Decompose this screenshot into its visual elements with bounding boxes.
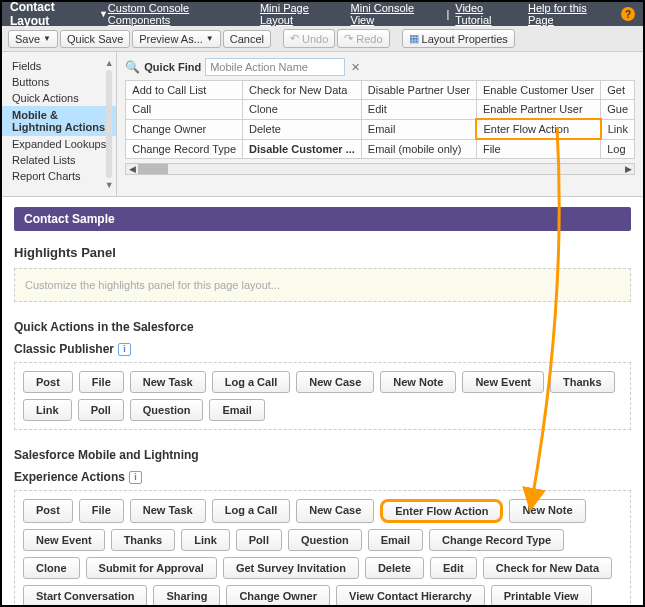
link-help[interactable]: Help for this Page <box>528 2 615 26</box>
palette-item[interactable]: Enable Partner User <box>476 100 600 120</box>
help-icon[interactable]: ? <box>621 7 635 21</box>
cancel-button[interactable]: Cancel <box>223 30 271 48</box>
action-button[interactable]: New Case <box>296 499 374 523</box>
quickfind-clear-icon[interactable]: ✕ <box>351 61 360 74</box>
palette-item[interactable]: Email <box>361 119 476 139</box>
sidebar-item[interactable]: Report Charts <box>2 168 116 184</box>
highlights-panel-title: Highlights Panel <box>14 245 631 260</box>
quick-actions-title-1: Quick Actions in the Salesforce <box>14 320 631 334</box>
classic-actions-area[interactable]: PostFileNew TaskLog a CallNew CaseNew No… <box>14 362 631 430</box>
sidebar-item[interactable]: Mobile & Lightning Actions <box>2 106 116 136</box>
action-button[interactable]: Thanks <box>550 371 615 393</box>
info-icon[interactable]: i <box>118 343 131 356</box>
action-button[interactable]: Change Owner <box>226 585 330 605</box>
sidebar-item[interactable]: Related Lists <box>2 152 116 168</box>
action-button[interactable]: New Event <box>23 529 105 551</box>
palette-item[interactable]: File <box>476 139 600 159</box>
action-button[interactable]: New Note <box>380 371 456 393</box>
layout-properties-button[interactable]: ▦Layout Properties <box>402 29 515 48</box>
action-button[interactable]: Printable View <box>491 585 592 605</box>
action-button[interactable]: File <box>79 371 124 393</box>
preview-as-button[interactable]: Preview As...▼ <box>132 30 221 48</box>
palette-item[interactable]: Enable Customer User <box>476 81 600 100</box>
action-button[interactable]: Poll <box>236 529 282 551</box>
action-button[interactable]: Edit <box>430 557 477 579</box>
action-button[interactable]: Email <box>209 399 264 421</box>
sidebar-item[interactable]: Expanded Lookups <box>2 136 116 152</box>
palette-item[interactable]: Enter Flow Action <box>476 119 600 139</box>
action-button[interactable]: Log a Call <box>212 371 291 393</box>
palette-item[interactable]: Link <box>601 119 635 139</box>
action-button[interactable]: New Task <box>130 371 206 393</box>
palette-item[interactable]: Log <box>601 139 635 159</box>
info-icon[interactable]: i <box>129 471 142 484</box>
action-button[interactable]: Check for New Data <box>483 557 612 579</box>
palette-item[interactable]: Email (mobile only) <box>361 139 476 159</box>
palette-item[interactable]: Call <box>126 100 243 120</box>
search-icon: 🔍 <box>125 60 140 74</box>
palette-item[interactable]: Edit <box>361 100 476 120</box>
action-button[interactable]: Delete <box>365 557 424 579</box>
toolbar: Save▼ Quick Save Preview As...▼ Cancel ↶… <box>2 26 643 52</box>
redo-button[interactable]: ↷Redo <box>337 29 389 48</box>
action-button[interactable]: Sharing <box>153 585 220 605</box>
sidebar-item[interactable]: Fields <box>2 58 116 74</box>
quickfind-label: Quick Find <box>144 61 201 73</box>
sidebar-scrollbar[interactable]: ▲ ▼ <box>104 58 114 190</box>
page-title-text: Contact Layout <box>10 0 97 28</box>
palette-item[interactable]: Change Record Type <box>126 139 243 159</box>
palette-item[interactable]: Change Owner <box>126 119 243 139</box>
palette-item[interactable]: Gue <box>601 100 635 120</box>
action-button[interactable]: Link <box>23 399 72 421</box>
action-button[interactable]: New Event <box>462 371 544 393</box>
action-button[interactable]: Link <box>181 529 230 551</box>
palette-item[interactable]: Disable Partner User <box>361 81 476 100</box>
action-button[interactable]: New Task <box>130 499 206 523</box>
palette-item[interactable]: Get <box>601 81 635 100</box>
undo-button[interactable]: ↶Undo <box>283 29 335 48</box>
link-mini-console-view[interactable]: Mini Console View <box>351 2 441 26</box>
action-button[interactable]: Thanks <box>111 529 176 551</box>
palette-item[interactable]: Check for New Data <box>243 81 362 100</box>
action-button[interactable]: Start Conversation <box>23 585 147 605</box>
link-video-tutorial[interactable]: Video Tutorial <box>455 2 522 26</box>
page-title[interactable]: Contact Layout ▼ <box>10 0 108 28</box>
action-button[interactable]: File <box>79 499 124 523</box>
action-button[interactable]: Question <box>288 529 362 551</box>
action-button[interactable]: Post <box>23 499 73 523</box>
palette-hscroll[interactable]: ◀ ▶ <box>125 163 635 175</box>
action-button[interactable]: Post <box>23 371 73 393</box>
highlights-panel-placeholder[interactable]: Customize the highlights panel for this … <box>14 268 631 302</box>
quick-actions-title-2: Classic Publisher i <box>14 342 631 356</box>
action-button[interactable]: Log a Call <box>212 499 291 523</box>
quickfind-input[interactable] <box>205 58 345 76</box>
action-button[interactable]: Question <box>130 399 204 421</box>
action-button[interactable]: Submit for Approval <box>86 557 217 579</box>
save-button[interactable]: Save▼ <box>8 30 58 48</box>
mobile-actions-area[interactable]: PostFileNew TaskLog a CallNew CaseEnter … <box>14 490 631 605</box>
action-button[interactable]: Clone <box>23 557 80 579</box>
palette-item[interactable]: Disable Customer ... <box>243 139 362 159</box>
mobile-actions-title-1: Salesforce Mobile and Lightning <box>14 448 631 462</box>
action-button[interactable]: New Case <box>296 371 374 393</box>
scroll-left-icon: ◀ <box>126 164 138 174</box>
enter-flow-action-button[interactable]: Enter Flow Action <box>380 499 503 523</box>
palette-item[interactable]: Delete <box>243 119 362 139</box>
dropdown-caret-icon: ▼ <box>99 9 108 19</box>
palette-item[interactable]: Clone <box>243 100 362 120</box>
sample-header: Contact Sample <box>14 207 631 231</box>
action-button[interactable]: Poll <box>78 399 124 421</box>
action-button[interactable]: View Contact Hierarchy <box>336 585 485 605</box>
sidebar-item[interactable]: Buttons <box>2 74 116 90</box>
action-button[interactable]: New Note <box>509 499 585 523</box>
header-links: Custom Console Components Mini Page Layo… <box>108 2 635 26</box>
action-button[interactable]: Change Record Type <box>429 529 564 551</box>
quick-save-button[interactable]: Quick Save <box>60 30 130 48</box>
action-button[interactable]: Email <box>368 529 423 551</box>
link-custom-console[interactable]: Custom Console Components <box>108 2 254 26</box>
palette-item[interactable]: Add to Call List <box>126 81 243 100</box>
action-button[interactable]: Get Survey Invitation <box>223 557 359 579</box>
undo-icon: ↶ <box>290 32 299 45</box>
link-mini-page-layout[interactable]: Mini Page Layout <box>260 2 345 26</box>
sidebar-item[interactable]: Quick Actions <box>2 90 116 106</box>
